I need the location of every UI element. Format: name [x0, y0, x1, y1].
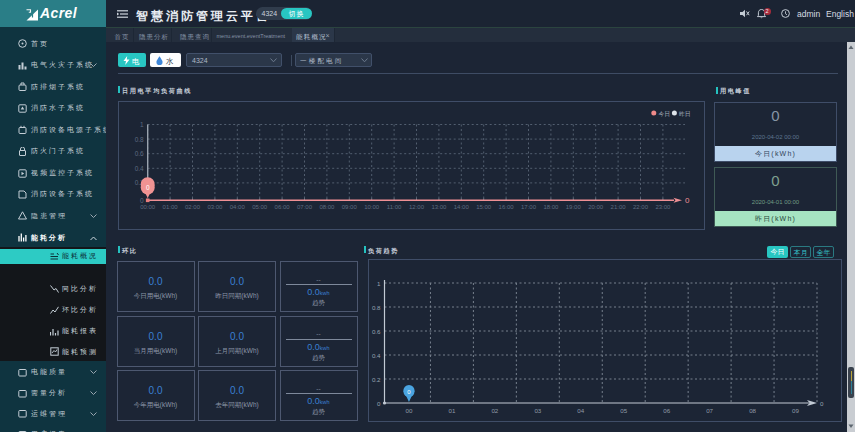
svg-text:11:00: 11:00 — [387, 204, 402, 210]
svg-text:00: 00 — [406, 407, 413, 414]
svg-text:01:00: 01:00 — [163, 204, 179, 210]
svg-text:04:00: 04:00 — [230, 204, 246, 210]
svg-text:06:00: 06:00 — [275, 204, 291, 210]
svg-text:12:00: 12:00 — [409, 204, 425, 210]
svg-text:0.8: 0.8 — [135, 136, 144, 143]
svg-text:03: 03 — [534, 407, 541, 414]
svg-text:20:00: 20:00 — [588, 204, 604, 210]
svg-text:1: 1 — [377, 280, 381, 287]
svg-text:0.6: 0.6 — [372, 328, 381, 335]
svg-text:08:00: 08:00 — [319, 204, 335, 210]
svg-text:03:00: 03:00 — [207, 204, 223, 210]
svg-text:0.4: 0.4 — [135, 165, 144, 172]
svg-text:10:00: 10:00 — [364, 204, 380, 210]
svg-text:05:00: 05:00 — [252, 204, 268, 210]
svg-text:08: 08 — [749, 407, 756, 414]
svg-text:04: 04 — [577, 407, 584, 414]
svg-text:0.4: 0.4 — [372, 352, 381, 359]
svg-text:21:00: 21:00 — [611, 204, 627, 210]
svg-text:09: 09 — [792, 407, 799, 414]
svg-text:16:00: 16:00 — [499, 204, 515, 210]
svg-text:18:00: 18:00 — [543, 204, 559, 210]
svg-text:07:00: 07:00 — [297, 204, 313, 210]
svg-text:13:00: 13:00 — [431, 204, 447, 210]
svg-text:昨日: 昨日 — [679, 111, 691, 118]
svg-text:07: 07 — [706, 407, 713, 414]
svg-text:15:00: 15:00 — [476, 204, 492, 210]
svg-text:23:00: 23:00 — [655, 204, 671, 210]
svg-text:05: 05 — [620, 407, 627, 414]
svg-text:1: 1 — [140, 121, 144, 128]
svg-text:06: 06 — [663, 407, 670, 414]
svg-text:0: 0 — [685, 196, 690, 205]
svg-text:01: 01 — [448, 407, 455, 414]
svg-text:0: 0 — [377, 400, 381, 407]
svg-text:00:00: 00:00 — [140, 204, 156, 210]
svg-text:17:00: 17:00 — [521, 204, 537, 210]
svg-text:02:00: 02:00 — [185, 204, 201, 210]
svg-text:0: 0 — [146, 184, 150, 191]
svg-text:0.6: 0.6 — [135, 150, 144, 157]
svg-text:今日: 今日 — [659, 111, 671, 118]
svg-text:22:00: 22:00 — [633, 204, 649, 210]
svg-text:0.8: 0.8 — [372, 304, 381, 311]
svg-text:02: 02 — [491, 407, 498, 414]
svg-text:0.2: 0.2 — [372, 376, 381, 383]
svg-text:19:00: 19:00 — [566, 204, 582, 210]
svg-text:0: 0 — [820, 400, 824, 407]
svg-text:14:00: 14:00 — [454, 204, 470, 210]
svg-text:09:00: 09:00 — [342, 204, 358, 210]
